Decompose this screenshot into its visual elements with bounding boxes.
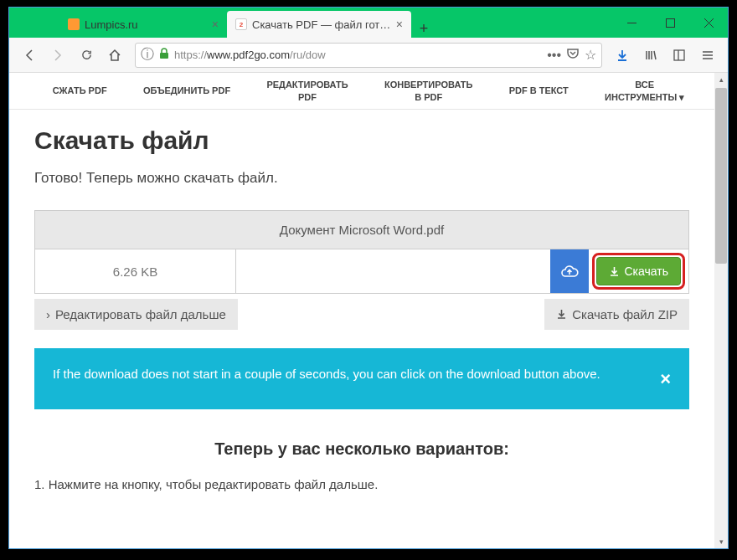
info-alert: If the download does not start in a coup… bbox=[34, 348, 689, 409]
tab-lumpics[interactable]: Lumpics.ru × bbox=[59, 11, 227, 38]
menu-button[interactable] bbox=[694, 42, 721, 69]
tabs-area: Lumpics.ru × 2 Скачать PDF — файл готов … bbox=[9, 8, 612, 38]
under-row: › Редактировать файл дальше Скачать файл… bbox=[34, 299, 689, 330]
back-button[interactable] bbox=[16, 42, 43, 69]
window-controls bbox=[612, 8, 728, 38]
nav-compress[interactable]: СЖАТЬ PDF bbox=[46, 81, 114, 100]
url-text: https://www.pdf2go.com/ru/dow bbox=[174, 49, 542, 61]
library-button[interactable] bbox=[637, 42, 664, 69]
browser-window: Lumpics.ru × 2 Скачать PDF — файл готов … bbox=[8, 7, 729, 549]
file-size: 6.26 KB bbox=[35, 249, 236, 293]
svg-rect-4 bbox=[160, 53, 168, 59]
reload-button[interactable] bbox=[73, 42, 100, 69]
download-highlight: Скачать bbox=[592, 253, 686, 290]
downloads-button[interactable] bbox=[609, 42, 636, 69]
pocket-icon[interactable] bbox=[566, 48, 580, 63]
close-icon[interactable]: × bbox=[212, 18, 219, 31]
download-icon bbox=[556, 309, 567, 320]
forward-button[interactable] bbox=[44, 42, 71, 69]
page-subtitle: Готово! Теперь можно скачать файл. bbox=[34, 170, 689, 187]
download-zip-button[interactable]: Скачать файл ZIP bbox=[544, 299, 689, 330]
scroll-down-icon[interactable]: ▾ bbox=[714, 535, 728, 548]
step-1: 1. Нажмите на кнопку, чтобы редактироват… bbox=[34, 477, 689, 491]
chevron-right-icon: › bbox=[46, 307, 50, 321]
site-nav: СЖАТЬ PDF ОБЪЕДИНИТЬ PDF РЕДАКТИРОВАТЬ P… bbox=[9, 73, 728, 110]
toolbar: ⓘ https://www.pdf2go.com/ru/dow ••• ☆ bbox=[9, 38, 728, 73]
alert-close-button[interactable]: × bbox=[660, 365, 671, 393]
svg-rect-5 bbox=[674, 50, 684, 60]
star-icon[interactable]: ☆ bbox=[585, 47, 596, 63]
home-button[interactable] bbox=[101, 42, 128, 69]
cloud-icon bbox=[560, 265, 579, 278]
titlebar: Lumpics.ru × 2 Скачать PDF — файл готов … bbox=[9, 8, 728, 38]
page-title: Скачать файл bbox=[34, 126, 689, 155]
nav-merge[interactable]: ОБЪЕДИНИТЬ PDF bbox=[137, 81, 237, 100]
tab-title: Lumpics.ru bbox=[85, 18, 207, 31]
url-actions: ••• ☆ bbox=[547, 47, 596, 63]
nav-convert[interactable]: КОНВЕРТИРОВАТЬ В PDF bbox=[378, 75, 479, 106]
alert-text: If the download does not start in a coup… bbox=[53, 365, 650, 384]
more-icon[interactable]: ••• bbox=[547, 48, 561, 63]
scrollbar[interactable]: ▴ ▾ bbox=[714, 73, 728, 548]
sidebar-button[interactable] bbox=[666, 42, 693, 69]
tab-title: Скачать PDF — файл готов дл bbox=[252, 18, 391, 31]
close-window-button[interactable] bbox=[689, 8, 728, 38]
nav-edit[interactable]: РЕДАКТИРОВАТЬ PDF bbox=[260, 75, 354, 106]
edit-more-button[interactable]: › Редактировать файл дальше bbox=[34, 299, 238, 330]
scroll-thumb[interactable] bbox=[715, 88, 727, 264]
nav-all-tools[interactable]: ВСЕ ИНСТРУМЕНТЫ ▾ bbox=[598, 75, 691, 106]
svg-rect-1 bbox=[666, 18, 674, 27]
info-icon[interactable]: ⓘ bbox=[141, 46, 154, 64]
tab-pdf2go[interactable]: 2 Скачать PDF — файл готов дл × bbox=[227, 11, 411, 38]
download-button[interactable]: Скачать bbox=[596, 257, 682, 285]
favicon-pdf2go-icon: 2 bbox=[235, 18, 247, 30]
file-row: 6.26 KB Скачать bbox=[35, 249, 688, 293]
file-box: Документ Microsoft Word.pdf 6.26 KB Скач… bbox=[34, 210, 689, 294]
lock-icon bbox=[159, 48, 169, 63]
download-icon bbox=[609, 266, 620, 277]
cloud-upload-button[interactable] bbox=[550, 249, 589, 293]
nav-pdf-to-text[interactable]: PDF В ТЕКСТ bbox=[502, 81, 575, 100]
favicon-orange-icon bbox=[68, 18, 80, 30]
options-title: Теперь у вас несколько вариантов: bbox=[34, 439, 689, 459]
scroll-up-icon[interactable]: ▴ bbox=[714, 73, 728, 86]
address-bar[interactable]: ⓘ https://www.pdf2go.com/ru/dow ••• ☆ bbox=[135, 43, 602, 68]
file-name: Документ Microsoft Word.pdf bbox=[35, 211, 688, 249]
minimize-button[interactable] bbox=[612, 8, 651, 38]
maximize-button[interactable] bbox=[651, 8, 689, 38]
page-content: СЖАТЬ PDF ОБЪЕДИНИТЬ PDF РЕДАКТИРОВАТЬ P… bbox=[9, 73, 728, 548]
new-tab-button[interactable]: + bbox=[411, 20, 436, 38]
main-content: Скачать файл Готово! Теперь можно скачат… bbox=[9, 110, 714, 491]
close-icon[interactable]: × bbox=[396, 18, 403, 31]
